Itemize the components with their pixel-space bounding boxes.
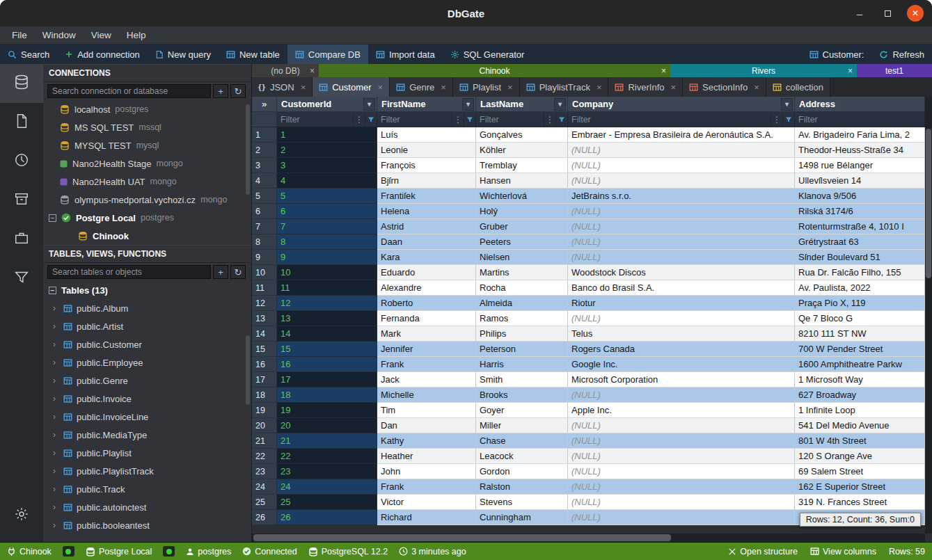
table-item-public-track[interactable]: ›public.Track [43,480,251,498]
cell-company[interactable]: JetBrains s.r.o. [568,189,795,204]
cell-customerid[interactable]: 18 [277,387,377,403]
connection-mysql-test[interactable]: MYSQL TESTmysql [43,136,251,154]
cell-lastname[interactable]: Tremblay [476,158,568,173]
cell-address[interactable]: Av. Brigadeiro Faria Lima, 2 [795,127,925,143]
cell-lastname[interactable]: Rocha [476,280,568,296]
connection-chinook[interactable]: Chinook [43,227,251,245]
filter-funnel-icon[interactable] [365,112,377,127]
row-number[interactable]: 3 [252,158,277,173]
filter-menu-icon[interactable]: ⋮ [353,112,365,127]
cell-lastname[interactable]: Almeida [476,296,568,311]
cell-address[interactable]: Av. Paulista, 2022 [795,280,925,296]
cell-firstname[interactable]: Frantiſek [377,189,476,204]
cell-customerid[interactable]: 2 [277,143,377,158]
cell-lastname[interactable]: Nielsen [476,250,568,265]
row-number[interactable]: 14 [252,326,277,342]
cell-customerid[interactable]: 5 [277,189,377,204]
cell-address[interactable]: Rua Dr. Falcão Filho, 155 [795,265,925,280]
cell-firstname[interactable]: Luís [377,127,476,143]
menu-window[interactable]: Window [35,26,84,44]
menu-file[interactable]: File [4,26,35,44]
toolbar-customer[interactable]: Customer: [802,45,872,64]
chevron-right-icon[interactable]: › [53,448,59,458]
cell-company[interactable]: (NULL) [568,433,795,449]
table-item-public-album[interactable]: ›public.Album [43,299,251,317]
cell-firstname[interactable]: Frank [377,357,476,372]
cell-firstname[interactable]: Victor [377,495,476,510]
cell-customerid[interactable]: 19 [277,403,377,418]
chevron-right-icon[interactable]: › [53,394,59,403]
cell-address[interactable]: 627 Broadway [795,387,925,403]
cell-lastname[interactable]: Köhler [476,143,568,158]
connections-search-input[interactable] [47,84,211,98]
table-item-public-employee[interactable]: ›public.Employee [43,353,251,371]
tab-riverinfo[interactable]: RiverInfo× [608,77,683,97]
cell-address[interactable]: Praça Pio X, 119 [795,296,925,311]
row-number[interactable]: 6 [252,204,277,219]
toolbar-add-connection[interactable]: Add connection [57,45,148,64]
add-icon[interactable]: + [213,265,228,279]
tab-sectioninfo[interactable]: SectionInfo× [683,77,766,97]
cell-address[interactable]: 69 Salem Street [795,464,925,479]
cell-address[interactable]: 1498 rue Bélanger [795,158,925,173]
filter-input-customerid[interactable] [277,112,353,127]
cell-firstname[interactable]: Jack [377,372,476,387]
table-item-public-autoinctest[interactable]: ›public.autoinctest [43,498,251,516]
table-item-public-customer[interactable]: ›public.Customer [43,335,251,353]
cell-company[interactable]: (NULL) [568,219,795,234]
cell-address[interactable]: 8210 111 ST NW [795,326,925,342]
table-item-public-artist[interactable]: ›public.Artist [43,317,251,335]
cell-firstname[interactable]: Dan [377,418,476,433]
chevron-right-icon[interactable]: › [53,466,59,476]
column-header-customerid[interactable]: CustomerId▾ [277,97,377,112]
cell-address[interactable]: Sſnder Boulevard 51 [795,250,925,265]
filter-funnel-icon[interactable] [782,112,794,127]
filter-funnel-icon[interactable] [555,112,567,127]
cell-address[interactable]: 801 W 4th Street [795,433,925,449]
cell-address[interactable]: 120 S Orange Ave [795,449,925,464]
cell-customerid[interactable]: 14 [277,326,377,342]
close-button[interactable]: ✕ [907,5,924,22]
row-number[interactable]: 1 [252,127,277,143]
cell-address[interactable]: 1 Infinite Loop [795,403,925,418]
cell-address[interactable]: Ullevſlsveien 14 [795,173,925,189]
cell-customerid[interactable]: 25 [277,495,377,510]
cell-company[interactable]: (NULL) [568,387,795,403]
cell-lastname[interactable]: Brooks [476,387,568,403]
cell-company[interactable]: Banco do Brasil S.A. [568,280,795,296]
row-number[interactable]: 12 [252,296,277,311]
row-number[interactable]: 5 [252,189,277,204]
cell-lastname[interactable]: Ralston [476,479,568,495]
minimize-button[interactable]: – [851,5,868,22]
cell-lastname[interactable]: Holý [476,204,568,219]
tab-playlist[interactable]: Playlist× [453,77,520,97]
cell-lastname[interactable]: Martins [476,265,568,280]
connection-ms-sql-test[interactable]: MS SQL TESTmssql [43,118,251,136]
tab-group-chinook[interactable]: Chinook× [319,64,670,77]
cell-firstname[interactable]: Alexandre [377,280,476,296]
toolbar-new-table[interactable]: New table [219,45,287,64]
close-icon[interactable]: × [597,82,602,93]
filter-menu-icon[interactable]: ⋮ [771,112,782,127]
refresh-icon[interactable]: ↻ [230,84,246,98]
toolbar-search[interactable]: Search [0,45,57,64]
close-icon[interactable]: × [441,82,446,93]
row-number[interactable]: 13 [252,311,277,326]
chevron-right-icon[interactable]: › [53,358,59,367]
cell-company[interactable]: Rogers Canada [568,342,795,357]
close-icon[interactable]: × [848,66,853,76]
row-number[interactable]: 26 [252,510,277,525]
cell-customerid[interactable]: 8 [277,234,377,250]
chevron-down-icon[interactable]: ▾ [554,98,566,111]
cell-firstname[interactable]: Fernanda [377,311,476,326]
cell-company[interactable]: (NULL) [568,311,795,326]
rail-item-archive[interactable] [0,181,43,220]
cell-firstname[interactable]: Jennifer [377,342,476,357]
cell-company[interactable]: (NULL) [568,250,795,265]
cell-firstname[interactable]: Bjſrn [377,173,476,189]
cell-address[interactable]: 1600 Amphitheatre Parkw [795,357,925,372]
cell-lastname[interactable]: Peeters [476,234,568,250]
cell-firstname[interactable]: Frank [377,479,476,495]
cell-customerid[interactable]: 26 [277,510,377,525]
close-icon[interactable]: × [310,66,315,76]
